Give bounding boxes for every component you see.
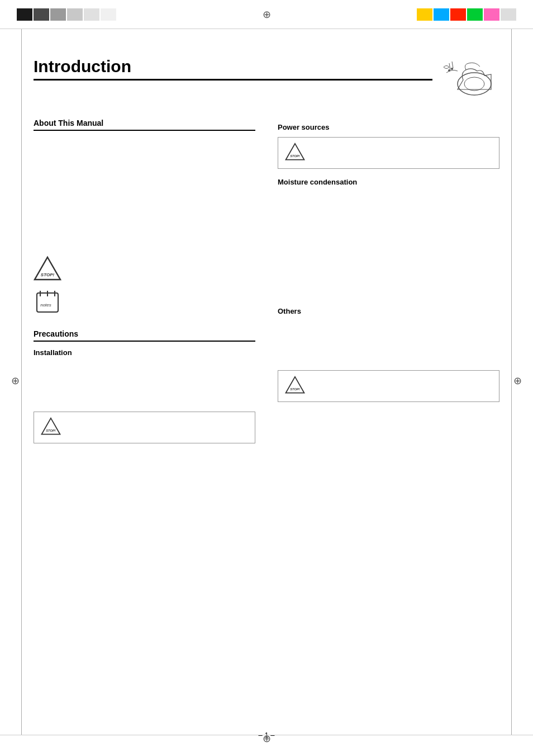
svg-point-1: [464, 77, 484, 91]
title-block: Introduction: [34, 57, 432, 81]
color-block-6: [101, 8, 116, 21]
color-block-r1: [417, 8, 432, 21]
color-block-2: [34, 8, 49, 21]
others-content: [278, 320, 499, 365]
color-block-r3: [450, 8, 466, 21]
about-manual-heading: About This Manual: [34, 119, 255, 131]
color-block-1: [17, 8, 32, 21]
power-sources-stop-icon: STOP!: [285, 142, 305, 164]
color-block-r2: [434, 8, 449, 21]
installation-extra-content: [34, 449, 255, 483]
svg-text:notes: notes: [40, 303, 51, 308]
installation-stop-box: STOP!: [34, 412, 255, 443]
precautions-heading: Precautions: [34, 329, 255, 342]
bottom-bar: [0, 735, 533, 756]
about-manual-content: [34, 138, 255, 249]
svg-text:STOP!: STOP!: [290, 154, 300, 158]
color-block-5: [84, 8, 99, 21]
notes-icon-row: notes: [34, 289, 255, 318]
two-column-layout: About This Manual STOP!: [34, 119, 499, 483]
title-decoration: [435, 59, 497, 101]
installation-content: [34, 361, 255, 406]
power-sources-stop-box: STOP!: [278, 137, 499, 169]
others-heading: Others: [278, 307, 499, 315]
installation-heading: Installation: [34, 348, 255, 357]
color-blocks-left: [17, 8, 116, 21]
color-block-r4: [467, 8, 483, 21]
svg-text:STOP!: STOP!: [46, 429, 56, 432]
stop-icon-row-1: STOP!: [34, 255, 255, 283]
page-title: Introduction: [34, 57, 432, 81]
left-crosshair: ⊕: [11, 375, 20, 387]
notes-icon: notes: [34, 289, 61, 318]
top-crosshair: ⊕: [263, 8, 271, 21]
moisture-content: [278, 191, 499, 303]
color-block-4: [67, 8, 83, 21]
others-stop-icon: STOP!: [285, 375, 305, 397]
stop-icon-large: STOP!: [34, 255, 61, 283]
precautions-section: Precautions Installation STOP!: [34, 329, 255, 483]
moisture-heading: Moisture condensation: [278, 178, 499, 186]
title-section: Introduction: [34, 57, 499, 102]
color-block-3: [50, 8, 66, 21]
others-stop-box: STOP!: [278, 370, 499, 402]
color-block-r6: [501, 8, 516, 21]
svg-point-0: [458, 73, 491, 95]
right-column: Power sources STOP! Moisture condensatio…: [278, 119, 499, 483]
left-column: About This Manual STOP!: [34, 119, 255, 483]
color-blocks-right: [417, 8, 516, 21]
title-image: [432, 57, 499, 102]
svg-text:STOP!: STOP!: [290, 388, 300, 391]
page-content: Introduction About Th: [0, 29, 533, 756]
right-crosshair: ⊕: [513, 375, 522, 387]
power-sources-heading: Power sources: [278, 123, 499, 131]
svg-text:STOP!: STOP!: [41, 272, 55, 277]
top-bar: ⊕: [0, 0, 533, 29]
installation-stop-icon: STOP!: [41, 417, 61, 438]
svg-point-3: [451, 68, 453, 70]
color-block-r5: [484, 8, 499, 21]
